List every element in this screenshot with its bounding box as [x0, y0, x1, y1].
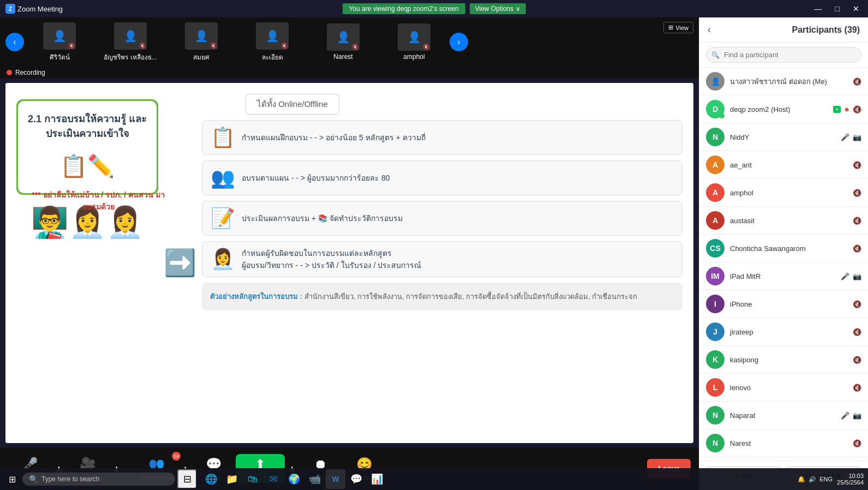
list-item-jirateep[interactable]: J jirateep 🔇: [699, 318, 868, 346]
volume-icon[interactable]: 🔊: [809, 476, 816, 483]
maximize-button[interactable]: □: [832, 3, 843, 14]
plist-icons-iphone: 🔇: [853, 300, 861, 308]
right-sidebar: ‹ Participants (39) 🔍 👤 นางสาวพัชราภรณ์ …: [699, 17, 868, 490]
slide-inner: 2.1 การอบรมให้ความรู้ และประเมินความเข้า…: [5, 83, 693, 443]
taskbar-mail[interactable]: ✉: [264, 469, 283, 489]
participant-thumb-5[interactable]: 👤🔇 Narest: [308, 21, 379, 63]
plist-name-host: deqp zoom2 (Host): [730, 105, 828, 113]
participant-name-1: ศิริวัตน์: [27, 52, 92, 62]
taskbar: ⊞ 🔍 ⊟ 🌐 📁 🛍 ✉ 🌍 📹 W 💬 📊 🔔 🔊 ENG 10:03 25…: [0, 468, 868, 490]
slide-item-text-3: ประเมินผลการอบรม + 📚 จัดทำประวัติการอบรม: [242, 212, 674, 224]
close-button[interactable]: ✕: [849, 3, 863, 14]
participant-thumb-4[interactable]: 👤🔇 ละเอียด: [237, 20, 308, 65]
participants-top-bar: ‹ 👤🔇 ศิริวัตน์ 👤🔇 อัญชรีพร เหลืองธ... 👤🔇…: [0, 17, 699, 67]
avatar-narest: N: [706, 434, 725, 452]
avatar-6: 👤🔇: [398, 23, 430, 51]
plist-icons-narest: 🔇: [853, 439, 861, 447]
mic-icon-niddy: 🎤: [841, 133, 849, 141]
participant-name-2: อัญชรีพร เหลืองธ...: [98, 52, 163, 62]
minimize-button[interactable]: —: [811, 3, 825, 14]
mic-icon-ipad: 🎤: [841, 272, 849, 280]
mute-icon-chonticha: 🔇: [853, 244, 861, 253]
list-item-austasit[interactable]: A austasit 🔇: [699, 207, 868, 235]
taskbar-right: 🔔 🔊 ENG 10:03 25/5/2564: [798, 473, 864, 486]
participant-list: 👤 นางสาวพัชราภรณ์ ต่อดอก (Me) 🔇 D deqp z…: [699, 68, 868, 461]
viewing-banner: You are viewing deqp zoom2's screen: [342, 3, 465, 14]
mute-icon-jirateep: 🔇: [853, 328, 861, 336]
sidebar-search: 🔍: [699, 43, 868, 68]
mute-icon-1: 🔇: [68, 43, 75, 49]
cam-icon-ipad: 📷: [853, 272, 861, 280]
taskbar-greenapp[interactable]: 📊: [367, 469, 387, 489]
list-item-kasipong[interactable]: K kasipong 🔇: [699, 346, 868, 374]
plist-name-naparat: Naparat: [730, 411, 835, 420]
title-bar-center: You are viewing deqp zoom2's screen View…: [342, 3, 525, 14]
taskbar-date-display: 25/5/2564: [837, 479, 864, 486]
list-item-ae-arit[interactable]: A ae_arit 🔇: [699, 151, 868, 179]
list-item-lenovo[interactable]: L lenovo 🔇: [699, 374, 868, 402]
participant-thumb-3[interactable]: 👤🔇 สมยศ: [166, 20, 237, 65]
list-item-naparat[interactable]: N Naparat 🎤📷: [699, 402, 868, 429]
participant-thumb-2[interactable]: 👤🔇 อัญชรีพร เหลืองธ...: [95, 20, 166, 65]
slide-warning: *** อย่าลืมให้แม่บ้าน / รปภ. / คนสวน มาอ…: [27, 189, 169, 213]
cam-icon-naparat: 📷: [853, 411, 861, 420]
mic-icon-naparat: 🎤: [841, 411, 849, 420]
taskbar-search-input[interactable]: [41, 475, 169, 483]
list-item-ipad[interactable]: IM iPad MitR 🎤📷: [699, 262, 868, 290]
recording-bar: Recording: [0, 67, 699, 79]
plist-icons-kasipong: 🔇: [853, 356, 861, 364]
plist-name-ae-arit: ae_arit: [730, 161, 847, 169]
title-bar: Z Zoom Meeting You are viewing deqp zoom…: [0, 0, 868, 17]
mute-icon-austasit: 🔇: [853, 217, 861, 225]
slide-main-topic-box: 2.1 การอบรมให้ความรู้ และประเมินความเข้า…: [16, 99, 158, 195]
list-item-chonticha[interactable]: CS Chonticha Sawangarom 🔇: [699, 235, 868, 262]
search-input[interactable]: [706, 47, 861, 63]
app-title: Zoom Meeting: [17, 5, 63, 13]
taskbar-taskview[interactable]: ⊟: [177, 469, 197, 489]
search-wrap: 🔍: [706, 47, 861, 63]
list-item-me[interactable]: 👤 นางสาวพัชราภรณ์ ต่อดอก (Me) 🔇: [699, 68, 868, 95]
list-item-host[interactable]: D deqp zoom2 (Host) + ⏺ 🔇: [699, 95, 868, 123]
list-item-iphone[interactable]: I iPhone 🔇: [699, 290, 868, 318]
start-button[interactable]: ⊞: [4, 472, 20, 487]
plist-icons-ae-arit: 🔇: [853, 161, 861, 169]
nav-next-button[interactable]: ›: [450, 33, 468, 51]
slide-item-icon-3: 📝: [211, 207, 235, 230]
slide-item-2: 👥 อบรมตามแผน - - > ผู้อบรมมากกว่าร้อยละ …: [202, 160, 683, 195]
view-options-button[interactable]: View Options ∨: [470, 3, 526, 14]
taskbar-search[interactable]: 🔍: [22, 473, 175, 486]
recording-label: Recording: [15, 69, 45, 76]
recording-icon-host: ⏺: [844, 106, 849, 112]
participant-name-5: Narest: [310, 53, 376, 61]
slide-item-icon-2: 👥: [211, 166, 235, 189]
plist-icons-ipad: 🎤📷: [841, 272, 861, 280]
taskbar-line[interactable]: 💬: [346, 469, 366, 489]
list-item-niddy[interactable]: N NiddY 🎤📷: [699, 123, 868, 151]
view-toggle-button[interactable]: ⊞ View: [663, 22, 693, 33]
plist-icons-jirateep: 🔇: [853, 328, 861, 336]
list-item-narest[interactable]: N Narest 🔇: [699, 429, 868, 457]
list-item-amphol[interactable]: A amphol 🔇: [699, 179, 868, 207]
sidebar-collapse-button[interactable]: ‹: [708, 24, 711, 35]
mute-icon-amphol: 🔇: [853, 189, 861, 197]
sidebar-header: ‹ Participants (39): [699, 17, 868, 43]
nav-prev-button[interactable]: ‹: [5, 33, 24, 51]
title-bar-left: Z Zoom Meeting: [5, 4, 63, 14]
cam-icon-niddy: 📷: [853, 133, 861, 141]
participant-thumb-1[interactable]: 👤🔇 ศิริวัตน์: [24, 20, 95, 65]
taskbar-chrome[interactable]: 🌍: [284, 469, 304, 489]
taskbar-explorer[interactable]: 📁: [222, 469, 242, 489]
plist-icons-amphol: 🔇: [853, 189, 861, 197]
taskbar-edge[interactable]: 🌐: [201, 469, 221, 489]
notification-icon[interactable]: 🔔: [798, 476, 805, 483]
language-indicator[interactable]: ENG: [819, 476, 833, 482]
participant-thumb-6[interactable]: 👤🔇 amphol: [379, 21, 450, 63]
plist-name-kasipong: kasipong: [730, 356, 847, 364]
taskbar-zoom[interactable]: 📹: [305, 469, 325, 489]
plist-name-chonticha: Chonticha Sawangarom: [730, 244, 847, 253]
plist-name-austasit: austasit: [730, 217, 847, 225]
taskbar-time-display: 10:03: [848, 473, 864, 479]
mute-icon-host: 🔇: [853, 105, 861, 113]
taskbar-word[interactable]: W: [326, 469, 345, 489]
taskbar-store[interactable]: 🛍: [243, 469, 262, 489]
